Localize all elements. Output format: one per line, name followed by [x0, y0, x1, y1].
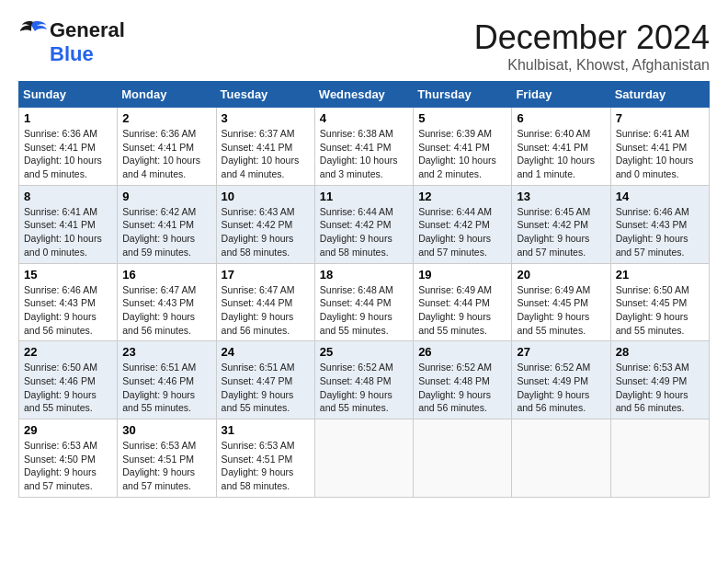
table-row: 25 Sunrise: 6:52 AMSunset: 4:48 PMDaylig…: [314, 341, 413, 419]
page-header: General Blue December 2024 Khulbisat, Kh…: [18, 18, 710, 74]
cell-info: Sunrise: 6:53 AMSunset: 4:50 PMDaylight:…: [24, 440, 97, 491]
table-row: 24 Sunrise: 6:51 AMSunset: 4:47 PMDaylig…: [216, 341, 314, 419]
table-row: [314, 419, 413, 498]
day-number: 25: [320, 345, 408, 359]
table-row: 27 Sunrise: 6:52 AMSunset: 4:49 PMDaylig…: [512, 341, 610, 419]
cell-info: Sunrise: 6:47 AMSunset: 4:44 PMDaylight:…: [222, 284, 295, 336]
cell-info: Sunrise: 6:36 AMSunset: 4:41 PMDaylight:…: [122, 128, 200, 179]
logo-blue: Blue: [50, 42, 94, 66]
table-row: 23 Sunrise: 6:51 AMSunset: 4:46 PMDaylig…: [118, 341, 216, 419]
calendar-header-row: Sunday Monday Tuesday Wednesday Thursday…: [19, 82, 710, 108]
table-row: 6 Sunrise: 6:40 AMSunset: 4:41 PMDayligh…: [512, 108, 610, 186]
table-row: 2 Sunrise: 6:36 AMSunset: 4:41 PMDayligh…: [118, 108, 216, 186]
month-title: December 2024: [474, 18, 710, 57]
table-row: 5 Sunrise: 6:39 AMSunset: 4:41 PMDayligh…: [414, 108, 512, 186]
table-row: [512, 419, 610, 498]
table-row: 16 Sunrise: 6:47 AMSunset: 4:43 PMDaylig…: [118, 263, 216, 341]
table-row: 17 Sunrise: 6:47 AMSunset: 4:44 PMDaylig…: [216, 263, 314, 341]
cell-info: Sunrise: 6:51 AMSunset: 4:47 PMDaylight:…: [222, 362, 295, 413]
cell-info: Sunrise: 6:49 AMSunset: 4:44 PMDaylight:…: [418, 284, 492, 336]
day-number: 31: [222, 423, 310, 437]
day-number: 15: [24, 268, 112, 282]
location: Khulbisat, Khowst, Afghanistan: [474, 57, 710, 74]
title-section: December 2024 Khulbisat, Khowst, Afghani…: [474, 18, 710, 74]
day-number: 14: [616, 190, 704, 203]
col-saturday: Saturday: [610, 82, 709, 108]
cell-info: Sunrise: 6:48 AMSunset: 4:44 PMDaylight:…: [320, 284, 393, 336]
day-number: 17: [222, 268, 310, 282]
day-number: 9: [122, 190, 210, 203]
day-number: 13: [517, 190, 605, 203]
cell-info: Sunrise: 6:39 AMSunset: 4:41 PMDaylight:…: [418, 128, 496, 179]
cell-info: Sunrise: 6:50 AMSunset: 4:45 PMDaylight:…: [616, 284, 689, 336]
table-row: 30 Sunrise: 6:53 AMSunset: 4:51 PMDaylig…: [118, 419, 216, 498]
day-number: 30: [122, 423, 210, 437]
cell-info: Sunrise: 6:40 AMSunset: 4:41 PMDaylight:…: [517, 128, 595, 179]
calendar-week-3: 15 Sunrise: 6:46 AMSunset: 4:43 PMDaylig…: [19, 263, 710, 341]
table-row: 11 Sunrise: 6:44 AMSunset: 4:42 PMDaylig…: [314, 185, 413, 263]
calendar-week-4: 22 Sunrise: 6:50 AMSunset: 4:46 PMDaylig…: [19, 341, 710, 419]
day-number: 22: [24, 345, 112, 359]
day-number: 16: [122, 268, 210, 282]
day-number: 6: [517, 111, 605, 125]
day-number: 3: [222, 111, 310, 125]
calendar-table: Sunday Monday Tuesday Wednesday Thursday…: [18, 81, 710, 498]
day-number: 19: [418, 268, 506, 282]
col-wednesday: Wednesday: [314, 82, 413, 108]
cell-info: Sunrise: 6:45 AMSunset: 4:42 PMDaylight:…: [517, 206, 590, 258]
day-number: 7: [616, 111, 704, 125]
col-friday: Friday: [512, 82, 610, 108]
table-row: 28 Sunrise: 6:53 AMSunset: 4:49 PMDaylig…: [610, 341, 709, 419]
cell-info: Sunrise: 6:50 AMSunset: 4:46 PMDaylight:…: [24, 362, 97, 413]
table-row: 7 Sunrise: 6:41 AMSunset: 4:41 PMDayligh…: [610, 108, 709, 186]
table-row: 18 Sunrise: 6:48 AMSunset: 4:44 PMDaylig…: [314, 263, 413, 341]
day-number: 26: [418, 345, 506, 359]
cell-info: Sunrise: 6:43 AMSunset: 4:42 PMDaylight:…: [222, 206, 295, 258]
cell-info: Sunrise: 6:53 AMSunset: 4:51 PMDaylight:…: [222, 440, 295, 491]
cell-info: Sunrise: 6:49 AMSunset: 4:45 PMDaylight:…: [517, 284, 590, 336]
day-number: 20: [517, 268, 605, 282]
logo: General Blue: [18, 18, 125, 66]
day-number: 1: [24, 111, 112, 125]
col-monday: Monday: [118, 82, 216, 108]
calendar-week-2: 8 Sunrise: 6:41 AMSunset: 4:41 PMDayligh…: [19, 185, 710, 263]
cell-info: Sunrise: 6:52 AMSunset: 4:49 PMDaylight:…: [517, 362, 590, 413]
day-number: 5: [418, 111, 506, 125]
logo-bird-icon: [18, 20, 48, 40]
day-number: 18: [320, 268, 408, 282]
day-number: 11: [320, 190, 408, 203]
cell-info: Sunrise: 6:52 AMSunset: 4:48 PMDaylight:…: [418, 362, 492, 413]
logo-general: General: [50, 18, 125, 42]
col-tuesday: Tuesday: [216, 82, 314, 108]
table-row: 31 Sunrise: 6:53 AMSunset: 4:51 PMDaylig…: [216, 419, 314, 498]
table-row: 4 Sunrise: 6:38 AMSunset: 4:41 PMDayligh…: [314, 108, 413, 186]
cell-info: Sunrise: 6:41 AMSunset: 4:41 PMDaylight:…: [24, 206, 102, 258]
day-number: 4: [320, 111, 408, 125]
table-row: 9 Sunrise: 6:42 AMSunset: 4:41 PMDayligh…: [118, 185, 216, 263]
day-number: 29: [24, 423, 112, 437]
cell-info: Sunrise: 6:51 AMSunset: 4:46 PMDaylight:…: [122, 362, 196, 413]
table-row: [414, 419, 512, 498]
calendar-week-1: 1 Sunrise: 6:36 AMSunset: 4:41 PMDayligh…: [19, 108, 710, 186]
cell-info: Sunrise: 6:47 AMSunset: 4:43 PMDaylight:…: [122, 284, 196, 336]
day-number: 27: [517, 345, 605, 359]
cell-info: Sunrise: 6:36 AMSunset: 4:41 PMDaylight:…: [24, 128, 102, 179]
cell-info: Sunrise: 6:41 AMSunset: 4:41 PMDaylight:…: [616, 128, 694, 179]
table-row: 15 Sunrise: 6:46 AMSunset: 4:43 PMDaylig…: [19, 263, 118, 341]
cell-info: Sunrise: 6:38 AMSunset: 4:41 PMDaylight:…: [320, 128, 398, 179]
table-row: 10 Sunrise: 6:43 AMSunset: 4:42 PMDaylig…: [216, 185, 314, 263]
table-row: 19 Sunrise: 6:49 AMSunset: 4:44 PMDaylig…: [414, 263, 512, 341]
day-number: 12: [418, 190, 506, 203]
table-row: 29 Sunrise: 6:53 AMSunset: 4:50 PMDaylig…: [19, 419, 118, 498]
day-number: 21: [616, 268, 704, 282]
day-number: 23: [122, 345, 210, 359]
col-sunday: Sunday: [19, 82, 118, 108]
day-number: 28: [616, 345, 704, 359]
table-row: 20 Sunrise: 6:49 AMSunset: 4:45 PMDaylig…: [512, 263, 610, 341]
day-number: 8: [24, 190, 112, 203]
table-row: [610, 419, 709, 498]
table-row: 14 Sunrise: 6:46 AMSunset: 4:43 PMDaylig…: [610, 185, 709, 263]
table-row: 13 Sunrise: 6:45 AMSunset: 4:42 PMDaylig…: [512, 185, 610, 263]
cell-info: Sunrise: 6:46 AMSunset: 4:43 PMDaylight:…: [24, 284, 97, 336]
cell-info: Sunrise: 6:44 AMSunset: 4:42 PMDaylight:…: [320, 206, 393, 258]
